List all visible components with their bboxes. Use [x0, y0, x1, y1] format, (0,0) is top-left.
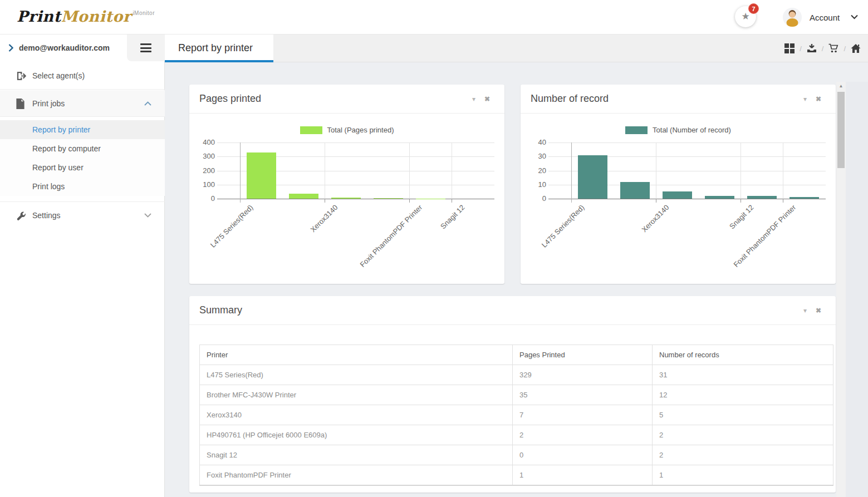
- account-menu[interactable]: Account: [810, 13, 840, 22]
- tab-bar: Report by printer / / /: [165, 35, 868, 62]
- brand-part1: Print: [17, 8, 61, 25]
- table-row: Snagit 1202: [200, 445, 833, 465]
- sidebar-item-print-logs[interactable]: Print logs: [0, 177, 165, 196]
- table-row: Brother MFC-J430W Printer3512: [200, 385, 833, 405]
- x-tick: [325, 199, 325, 203]
- y-tick-label: 0: [189, 194, 215, 203]
- y-tick-label: 300: [189, 152, 215, 160]
- x-tick: [783, 199, 783, 203]
- table-cell: Snagit 12: [200, 445, 513, 465]
- x-category-label: L475 Series(Red): [209, 203, 255, 249]
- chart-bar[interactable]: [331, 198, 361, 199]
- settings-icon: [16, 210, 26, 221]
- panel-title: Summary: [199, 296, 242, 324]
- sidebar-toggle-button[interactable]: [127, 35, 165, 61]
- chart-bar[interactable]: [789, 197, 819, 199]
- x-tick: [452, 199, 452, 203]
- vertical-scrollbar[interactable]: ▲: [836, 82, 846, 497]
- number-of-record-chart: Total (Number of record)010203040L475 Se…: [521, 114, 836, 284]
- x-gridline: [325, 142, 325, 199]
- content-area: Pages printed ▾ ✖ Total (Pages printed)0…: [165, 62, 868, 497]
- close-panel-button[interactable]: ✖: [484, 85, 490, 114]
- separator: /: [822, 45, 824, 53]
- tab-report-by-printer[interactable]: Report by printer: [165, 35, 273, 62]
- separator: /: [800, 45, 802, 53]
- sidebar-item-settings[interactable]: Settings: [0, 201, 165, 229]
- sidebar-subitem-label: Report by user: [32, 158, 84, 177]
- separator: /: [844, 45, 846, 53]
- table-row: HP490761 (HP Officejet 6000 E609a)22: [200, 425, 833, 445]
- table-cell: 1: [513, 465, 653, 485]
- account-email[interactable]: demo@workauditor.com: [19, 35, 110, 61]
- chevron-down-icon[interactable]: [851, 14, 858, 19]
- legend-swatch: [625, 126, 648, 134]
- notifications-button[interactable]: ★ 7: [735, 6, 756, 27]
- table-cell: HP490761 (HP Officejet 6000 E609a): [200, 425, 513, 445]
- sidebar-item-report-by-printer[interactable]: Report by printer: [0, 120, 165, 139]
- panel-header: Pages printed ▾ ✖: [189, 85, 504, 114]
- y-tick-label: 40: [521, 138, 546, 146]
- chart-bar[interactable]: [578, 155, 607, 199]
- x-tick: [409, 199, 410, 203]
- chart-bar[interactable]: [705, 196, 734, 199]
- panel-number-of-record: Number of record ▾ ✖ Total (Number of re…: [521, 85, 836, 284]
- sidebar-item-report-by-user[interactable]: Report by user: [0, 158, 165, 177]
- avatar[interactable]: [783, 8, 802, 27]
- panel-summary: Summary ▾ ✖ PrinterPages PrintedNumber o…: [189, 296, 836, 493]
- table-row: Foxit PhantomPDF Printer11: [200, 465, 833, 485]
- collapse-panel-button[interactable]: ▾: [472, 85, 475, 114]
- table-cell: 2: [513, 425, 653, 445]
- y-tick-label: 200: [189, 166, 215, 175]
- brand-superscript: iMonitor: [133, 10, 155, 16]
- sidebar-item-label: Print jobs: [32, 90, 65, 117]
- chart-bar[interactable]: [247, 152, 276, 199]
- y-tick-label: 30: [521, 152, 546, 160]
- collapse-panel-button[interactable]: ▾: [803, 296, 807, 325]
- scroll-up-arrow-icon[interactable]: ▲: [836, 82, 846, 91]
- cart-icon[interactable]: [828, 43, 838, 53]
- collapse-panel-button[interactable]: ▾: [803, 85, 807, 114]
- panel-header: Summary ▾ ✖: [189, 296, 836, 325]
- home-icon[interactable]: [851, 43, 861, 53]
- sidebar-item-select-agents[interactable]: Select agent(s): [0, 62, 165, 90]
- chart-legend: Total (Number of record): [521, 126, 836, 134]
- legend-swatch: [300, 126, 322, 134]
- brand-logo: PrintMonitoriMonitor: [17, 8, 153, 25]
- chart-bar[interactable]: [747, 196, 777, 199]
- close-panel-button[interactable]: ✖: [816, 296, 821, 325]
- notification-badge: 7: [748, 3, 759, 14]
- chart-bar[interactable]: [289, 194, 318, 199]
- x-gridline: [741, 142, 741, 199]
- close-panel-button[interactable]: ✖: [816, 85, 821, 114]
- summary-table-wrap: PrinterPages PrintedNumber of recordsL47…: [199, 345, 826, 486]
- x-gridline: [409, 142, 410, 199]
- y-tick-label: 20: [521, 166, 546, 175]
- sidebar-item-report-by-computer[interactable]: Report by computer: [0, 139, 165, 158]
- select-agent-icon: [16, 71, 26, 81]
- avatar-icon: [783, 8, 802, 27]
- table-cell: Brother MFC-J430W Printer: [200, 385, 513, 405]
- table-cell: 31: [653, 365, 833, 385]
- chart-legend: Total (Pages printed): [189, 126, 504, 134]
- top-bar: PrintMonitoriMonitor ★ 7 Account: [0, 0, 868, 35]
- table-cell: 2: [653, 445, 833, 465]
- table-cell: Foxit PhantomPDF Printer: [200, 465, 513, 485]
- chart-bar[interactable]: [620, 182, 650, 199]
- sidebar-item-print-jobs[interactable]: Print jobs: [0, 90, 165, 117]
- column-header: Pages Printed: [513, 345, 653, 365]
- x-category-label: Snagit 12: [728, 203, 755, 230]
- y-tick-label: 0: [521, 194, 546, 203]
- legend-label: Total (Pages printed): [327, 126, 394, 134]
- table-cell: 2: [653, 425, 833, 445]
- summary-table: PrinterPages PrintedNumber of recordsL47…: [199, 345, 833, 486]
- x-axis-line: [217, 199, 494, 199]
- download-icon[interactable]: [807, 43, 817, 53]
- scrollbar-thumb[interactable]: [837, 92, 845, 168]
- chart-bar[interactable]: [663, 191, 692, 199]
- column-header: Printer: [200, 345, 513, 365]
- print-jobs-icon: [16, 99, 25, 109]
- apps-icon[interactable]: [784, 43, 795, 53]
- pages-printed-chart: Total (Pages printed)0100200300400L475 S…: [189, 114, 504, 284]
- sidebar-item-label: Settings: [32, 202, 61, 229]
- chart-bar[interactable]: [374, 198, 403, 199]
